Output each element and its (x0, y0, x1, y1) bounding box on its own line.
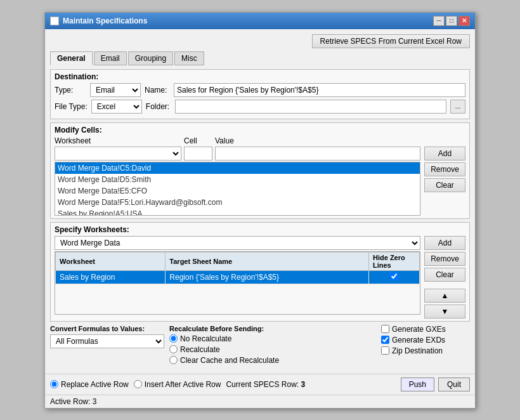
main-window: Maintain Specifications ─ □ ✕ Retrieve S… (44, 12, 476, 409)
ws-dropdown[interactable]: Word Merge Data Sales by Region (55, 236, 420, 250)
status-active-row: Active Row: 3 (50, 397, 96, 406)
ws-cell-target: Region {'Sales by Region'!$A$5} (166, 270, 369, 284)
insert-after-radio[interactable] (134, 380, 142, 388)
specify-worksheets-label: Specify Worksheets: (55, 225, 465, 234)
recalculate-section: Recalculate Before Sending: No Recalcula… (169, 325, 376, 365)
folder-label: Folder: (146, 102, 171, 111)
table-row[interactable]: Sales by Region Region {'Sales by Region… (56, 270, 420, 284)
file-type-dropdown[interactable]: Excel PDF CSV (91, 100, 142, 114)
replace-active-label: Replace Active Row (61, 380, 129, 389)
ws-col-target: Target Sheet Name (166, 252, 369, 270)
minimize-button[interactable]: ─ (433, 16, 445, 26)
ws-down-button[interactable]: ▼ (424, 305, 465, 318)
ws-dropdown-row: Word Merge Data Sales by Region (55, 236, 420, 250)
title-bar: Maintain Specifications ─ □ ✕ (45, 13, 475, 29)
modify-cells-section: Modify Cells: Worksheet Cell Value Word … (50, 122, 470, 219)
modify-cells-controls: Word Merge Data Sales by Region Word Mer… (55, 147, 465, 216)
title-bar-left: Maintain Specifications (50, 16, 147, 25)
zip-destination-checkbox[interactable] (381, 346, 389, 355)
insert-after-row: Insert After Active Row (134, 380, 221, 389)
file-type-label: File Type: (55, 102, 88, 111)
specify-worksheets-section: Specify Worksheets: Word Merge Data Sale… (50, 222, 470, 322)
generate-gxes-checkbox[interactable] (381, 325, 389, 333)
recalc-yes-label: Recalculate (180, 345, 220, 354)
convert-formulas-dropdown[interactable]: All Formulas None External Only (50, 334, 164, 348)
replace-active-radio[interactable] (50, 380, 58, 388)
modify-worksheet-dropdown[interactable]: Word Merge Data Sales by Region (55, 147, 181, 161)
recalc-no-label: No Recalculate (180, 334, 231, 343)
folder-input[interactable] (175, 100, 446, 114)
destination-section: Destination: Type: Email File Printer Na… (50, 69, 470, 119)
recalc-clear-label: Clear Cache and Recalculate (180, 356, 279, 365)
tab-general[interactable]: General (50, 51, 93, 65)
bottom-section: Convert Formulas to Values: All Formulas… (50, 325, 470, 365)
ws-add-button[interactable]: Add (424, 236, 465, 250)
cell-input[interactable] (184, 147, 212, 161)
current-specs-row-value: 3 (301, 380, 305, 389)
browse-button[interactable]: ... (450, 100, 465, 114)
modify-cells-list-col: Word Merge Data Sales by Region Word Mer… (55, 147, 420, 216)
hide-zero-checkbox[interactable] (390, 272, 398, 280)
recalculate-label: Recalculate Before Sending: (169, 325, 376, 332)
modify-cells-listbox[interactable]: Word Merge Data!C5:David Word Merge Data… (55, 162, 420, 216)
modify-cells-buttons: Add Remove Clear (423, 147, 465, 216)
ws-col-worksheet: Worksheet (56, 252, 166, 270)
zip-destination-label: Zip Destination (392, 346, 443, 355)
recalc-clear-row: Clear Cache and Recalculate (169, 356, 376, 365)
ws-up-button[interactable]: ▲ (424, 289, 465, 303)
close-button[interactable]: ✕ (458, 16, 470, 26)
footer-left: Replace Active Row Insert After Active R… (50, 380, 305, 389)
tab-misc[interactable]: Misc (174, 51, 204, 65)
recalc-no-radio[interactable] (169, 334, 178, 343)
main-content: Retrieve SPECS From Current Excel Row Ge… (45, 29, 475, 374)
modify-cells-remove-button[interactable]: Remove (424, 162, 465, 176)
replace-active-row: Replace Active Row (50, 380, 129, 389)
recalc-clear-radio[interactable] (169, 356, 178, 364)
list-item[interactable]: Sales by Region!A5:USA (55, 208, 420, 216)
type-label: Type: (55, 86, 86, 95)
modify-cells-clear-button[interactable]: Clear (424, 178, 465, 192)
generate-gxes-label: Generate GXEs (392, 325, 446, 334)
tab-grouping[interactable]: Grouping (128, 51, 173, 65)
specify-worksheets-main: Word Merge Data Sales by Region Workshee… (55, 236, 465, 318)
list-item[interactable]: Word Merge Data!F5:Lori.Hayward@gibsoft.… (55, 197, 420, 208)
list-item[interactable]: Word Merge Data!D5:Smith (55, 174, 420, 185)
window-title: Maintain Specifications (63, 16, 147, 25)
ws-cell-worksheet: Sales by Region (56, 270, 166, 284)
destination-type-row: Type: Email File Printer Name: Sales for… (55, 83, 465, 97)
status-bar: Active Row: 3 (45, 395, 475, 408)
worksheet-col-header: Worksheet (55, 136, 181, 145)
tab-bar: General Email Grouping Misc (50, 51, 470, 65)
value-col-header: Value (215, 136, 465, 145)
value-input[interactable] (215, 147, 420, 161)
retrieve-specs-button[interactable]: Retrieve SPECS From Current Excel Row (312, 34, 470, 48)
recalc-yes-radio[interactable] (169, 345, 178, 353)
tab-email[interactable]: Email (94, 51, 127, 65)
name-input[interactable]: Sales for Region {'Sales by Region'!$A$5… (174, 83, 465, 97)
retrieve-row: Retrieve SPECS From Current Excel Row (50, 34, 470, 48)
ws-cell-hide-zero[interactable] (369, 270, 420, 284)
list-item[interactable]: Word Merge Data!C5:David (55, 162, 420, 174)
ws-clear-button[interactable]: Clear (424, 268, 465, 282)
footer-bar: Replace Active Row Insert After Active R… (45, 374, 475, 395)
generate-exds-checkbox[interactable] (381, 336, 389, 344)
destination-filetype-row: File Type: Excel PDF CSV Folder: ... (55, 100, 465, 114)
ws-remove-button[interactable]: Remove (424, 252, 465, 266)
maximize-button[interactable]: □ (446, 16, 457, 26)
generate-section: Generate GXEs Generate EXDs Zip Destinat… (381, 325, 470, 365)
generate-gxes-row: Generate GXEs (381, 325, 470, 334)
quit-button[interactable]: Quit (438, 377, 470, 391)
list-item[interactable]: Word Merge Data!E5:CFO (55, 185, 420, 197)
app-icon (50, 16, 59, 25)
ws-buttons: Add Remove Clear ▲ ▼ (423, 236, 465, 318)
modify-cells-add-button[interactable]: Add (424, 147, 465, 161)
ws-table: Worksheet Target Sheet Name Hide Zero Li… (55, 252, 420, 284)
push-button[interactable]: Push (401, 377, 434, 391)
ws-col-hide-zero: Hide Zero Lines (369, 252, 420, 270)
destination-label: Destination: (55, 72, 465, 81)
type-dropdown[interactable]: Email File Printer (90, 83, 141, 97)
ws-list-col: Word Merge Data Sales by Region Workshee… (55, 236, 420, 318)
generate-exds-row: Generate EXDs (381, 336, 470, 345)
title-bar-controls: ─ □ ✕ (433, 16, 470, 26)
convert-formulas-section: Convert Formulas to Values: All Formulas… (50, 325, 164, 365)
